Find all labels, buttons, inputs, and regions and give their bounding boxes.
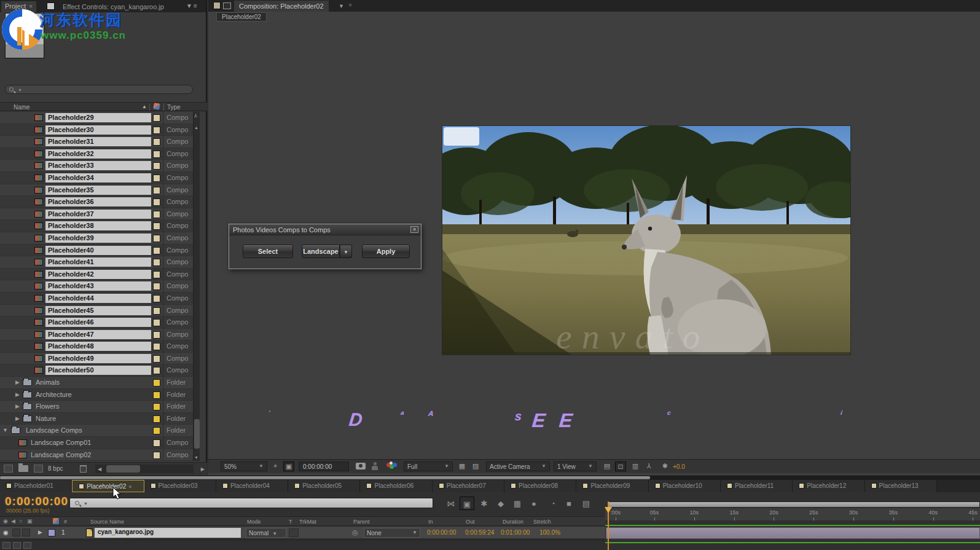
- label-swatch[interactable]: [153, 307, 160, 315]
- track-matte-slot[interactable]: [289, 528, 299, 537]
- timeline-toolbar-icon-5[interactable]: ●: [527, 497, 541, 510]
- resolution-dropdown[interactable]: Full▼: [404, 462, 453, 471]
- project-item-row[interactable]: Placeholder30Compo: [0, 124, 194, 136]
- share-view-icon[interactable]: ▤: [602, 462, 613, 471]
- label-swatch[interactable]: [153, 403, 160, 411]
- magnification-dropdown[interactable]: 50%▼: [221, 462, 267, 471]
- item-name[interactable]: Placeholder33: [45, 161, 151, 170]
- expand-collapsed-icon[interactable]: ▶: [15, 403, 20, 409]
- project-vertical-scrollbar[interactable]: ⅄ ▲ ▼: [193, 112, 200, 461]
- scrollbar-thumb[interactable]: [106, 465, 140, 473]
- label-swatch[interactable]: [153, 162, 160, 170]
- item-name[interactable]: Placeholder47: [45, 330, 151, 339]
- folder-name[interactable]: Landscape Comps: [26, 426, 82, 434]
- expand-inout-icon[interactable]: [23, 542, 31, 549]
- column-source-name[interactable]: Source Name: [90, 519, 124, 525]
- item-name[interactable]: Landscape Comp02: [31, 451, 91, 458]
- project-item-row[interactable]: Placeholder32Compo: [0, 148, 194, 160]
- panel-menu-icon[interactable]: ▼≡: [186, 2, 198, 9]
- timeline-tab-placeholder12[interactable]: Placeholder12: [793, 480, 864, 492]
- project-item-row[interactable]: Placeholder39Compo: [0, 232, 194, 245]
- dialog-close-icon[interactable]: ✕: [410, 226, 418, 233]
- timeline-tab-placeholder10[interactable]: Placeholder10: [649, 480, 721, 492]
- project-horizontal-scrollbar[interactable]: ◀ ▶: [95, 465, 194, 473]
- label-swatch[interactable]: [153, 319, 160, 326]
- folder-name[interactable]: Flowers: [36, 403, 60, 410]
- project-item-row[interactable]: Placeholder37Compo: [0, 208, 194, 221]
- expand-layers-icon[interactable]: [2, 542, 10, 549]
- label-swatch[interactable]: [153, 439, 160, 447]
- project-item-row[interactable]: Placeholder33Compo: [0, 160, 194, 172]
- project-column-headers[interactable]: Name ▲ Type: [0, 102, 207, 111]
- project-item-row[interactable]: Placeholder50Compo: [0, 364, 194, 377]
- label-swatch[interactable]: [153, 283, 160, 290]
- project-folder-row[interactable]: ▶AnimalsFolder: [0, 377, 194, 389]
- scroll-left-icon[interactable]: ◀: [98, 466, 101, 472]
- select-button[interactable]: Select: [243, 245, 293, 258]
- folder-name[interactable]: Nature: [36, 415, 56, 422]
- column-name-label[interactable]: Name: [14, 104, 30, 111]
- layer-out-value[interactable]: 0:00:59:24: [465, 529, 494, 536]
- expand-collapsed-icon[interactable]: ▶: [15, 415, 20, 422]
- project-item-row[interactable]: Placeholder35Compo: [0, 184, 194, 197]
- item-name[interactable]: Placeholder38: [45, 221, 151, 230]
- label-swatch[interactable]: [153, 331, 160, 339]
- timeline-toolbar-icon-3[interactable]: ◆: [493, 497, 508, 510]
- tab-composition[interactable]: Composition: Placeholder02: [234, 1, 329, 12]
- tab-close-icon[interactable]: ×: [128, 484, 131, 490]
- layer-expand-icon[interactable]: ▶: [38, 529, 42, 535]
- project-item-row[interactable]: Placeholder42Compo: [0, 269, 194, 281]
- new-composition-icon[interactable]: [34, 465, 43, 473]
- label-swatch[interactable]: [153, 138, 160, 146]
- layer-duration-bar[interactable]: [606, 527, 980, 539]
- column-mode[interactable]: Mode: [247, 519, 261, 525]
- column-type-label[interactable]: Type: [167, 104, 181, 111]
- item-name[interactable]: Placeholder29: [45, 113, 151, 122]
- dialog-title[interactable]: Photos Videos Comps to Comps: [229, 224, 421, 235]
- item-name[interactable]: Placeholder39: [45, 234, 151, 243]
- work-area-bar[interactable]: [608, 501, 980, 508]
- item-name[interactable]: Landscape Comp01: [31, 439, 91, 446]
- timeline-toolbar-icon-0[interactable]: ⋈: [444, 497, 458, 510]
- column-out[interactable]: Out: [466, 519, 475, 525]
- blend-mode-dropdown[interactable]: Normal▼: [246, 528, 286, 538]
- project-folder-row-open[interactable]: ▼Landscape CompsFolder: [0, 425, 194, 437]
- preset-dropdown-caret-icon[interactable]: ▼: [340, 245, 352, 258]
- project-item-row[interactable]: Placeholder45Compo: [0, 305, 194, 317]
- timeline-toolbar-icon-6[interactable]: ◔: [546, 497, 560, 510]
- label-swatch[interactable]: [153, 198, 160, 206]
- label-swatch[interactable]: [153, 211, 160, 218]
- project-item-row[interactable]: Placeholder41Compo: [0, 256, 194, 269]
- exposure-value[interactable]: +0.0: [673, 463, 685, 470]
- interpret-footage-icon[interactable]: [4, 465, 13, 473]
- script-dialog[interactable]: Photos Videos Comps to Comps ✕ Select La…: [229, 224, 421, 269]
- item-name[interactable]: Placeholder30: [45, 125, 151, 135]
- layer-stretch-value[interactable]: 100.0%: [539, 529, 560, 536]
- timeline-toolbar-icon-2[interactable]: ✱: [477, 497, 492, 510]
- project-item-row[interactable]: Placeholder29Compo: [0, 112, 194, 124]
- playhead-caret-icon[interactable]: [605, 507, 612, 513]
- layer-row[interactable]: ◉ ▶ 1 cyan_kangaroo.jpg Normal▼ ◎ None▼ …: [0, 527, 605, 539]
- column-number[interactable]: #: [64, 519, 67, 525]
- label-swatch[interactable]: [153, 427, 160, 434]
- label-color-icon[interactable]: [53, 518, 59, 524]
- item-name[interactable]: Placeholder36: [45, 197, 151, 206]
- video-visibility-icon[interactable]: ◉: [3, 518, 8, 524]
- item-name[interactable]: Placeholder32: [45, 149, 151, 159]
- item-name[interactable]: Placeholder48: [45, 342, 151, 351]
- parent-pickwhip-icon[interactable]: ◎: [352, 528, 358, 536]
- composition-viewer[interactable]: envato 'DaAsEEci Photos Videos Comps to …: [208, 22, 980, 459]
- label-swatch[interactable]: [153, 415, 160, 423]
- project-subcomp-row[interactable]: Landscape Comp01Compo: [0, 437, 194, 449]
- project-item-row[interactable]: Placeholder46Compo: [0, 316, 194, 329]
- project-item-row[interactable]: Placeholder47Compo: [0, 329, 194, 341]
- project-folder-row[interactable]: ▶FlowersFolder: [0, 401, 194, 413]
- label-swatch[interactable]: [153, 367, 160, 374]
- sort-ascending-icon[interactable]: ▲: [142, 104, 147, 109]
- project-search-input[interactable]: ▼: [5, 85, 193, 94]
- timeline-tab-placeholder03[interactable]: Placeholder03: [144, 480, 216, 492]
- item-name[interactable]: Placeholder49: [45, 354, 151, 363]
- apply-button[interactable]: Apply: [362, 245, 410, 258]
- item-name[interactable]: Placeholder44: [45, 294, 151, 303]
- timeline-button-icon[interactable]: ▥: [630, 462, 641, 471]
